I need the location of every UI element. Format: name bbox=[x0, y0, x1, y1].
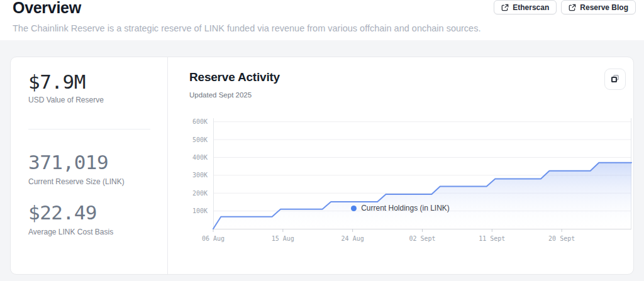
legend-label: Current Holdings (in LINK) bbox=[361, 204, 450, 212]
reserve-blog-button-label: Reserve Blog bbox=[580, 3, 628, 12]
cost-basis-stat: $22.49 bbox=[28, 201, 97, 224]
svg-text:20 Sept: 20 Sept bbox=[548, 235, 575, 242]
reserve-blog-button[interactable]: Reserve Blog bbox=[561, 0, 636, 14]
svg-text:24 Aug: 24 Aug bbox=[341, 235, 364, 242]
external-link-icon bbox=[501, 4, 509, 11]
svg-text:500K: 500K bbox=[192, 136, 208, 143]
reserve-size-stat: 371,019 bbox=[28, 151, 108, 174]
stats-column: $7.9M USD Value of Reserve 371,019 Curre… bbox=[11, 57, 168, 274]
svg-text:400K: 400K bbox=[192, 154, 208, 161]
external-link-icon bbox=[569, 4, 576, 11]
page-title: Overview bbox=[13, 0, 81, 17]
overview-card: $7.9M USD Value of Reserve 371,019 Curre… bbox=[10, 57, 634, 275]
stats-divider bbox=[28, 129, 150, 129]
etherscan-button[interactable]: Etherscan bbox=[494, 0, 557, 14]
svg-text:15 Aug: 15 Aug bbox=[272, 235, 294, 242]
svg-text:11 Sept: 11 Sept bbox=[479, 235, 505, 242]
reserve-size-stat-label: Current Reserve Size (LINK) bbox=[28, 177, 125, 186]
svg-text:600K: 600K bbox=[192, 118, 208, 125]
legend-item-current-holdings[interactable]: Current Holdings (in LINK) bbox=[167, 204, 633, 212]
svg-text:02 Sept: 02 Sept bbox=[409, 235, 435, 242]
reserve-activity-chart[interactable]: 100K200K300K400K500K600K06 Aug15 Aug24 A… bbox=[167, 101, 633, 247]
copy-icon bbox=[611, 74, 619, 85]
page-subtitle: The Chainlink Reserve is a strategic res… bbox=[13, 23, 480, 33]
legend-dot bbox=[351, 206, 357, 211]
reserve-activity-panel: Reserve Activity Updated Sept 2025 100K2… bbox=[167, 57, 633, 274]
usd-value-stat: $7.9M bbox=[28, 70, 86, 93]
chart-title: Reserve Activity bbox=[189, 70, 280, 84]
page-header: Overview The Chainlink Reserve is a stra… bbox=[0, 0, 644, 40]
etherscan-button-label: Etherscan bbox=[513, 3, 549, 12]
chart-view-toggle-button[interactable] bbox=[604, 69, 626, 90]
svg-text:06 Aug: 06 Aug bbox=[202, 235, 225, 242]
cost-basis-stat-label: Average LINK Cost Basis bbox=[28, 228, 113, 236]
svg-text:200K: 200K bbox=[192, 190, 208, 197]
usd-value-stat-label: USD Value of Reserve bbox=[28, 96, 104, 104]
header-actions: Etherscan Reserve Blog bbox=[494, 0, 636, 14]
chart-subtitle: Updated Sept 2025 bbox=[189, 91, 252, 99]
svg-text:300K: 300K bbox=[192, 172, 208, 179]
